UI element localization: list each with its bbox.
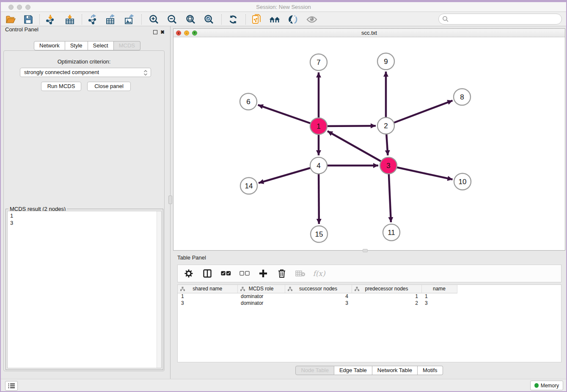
- table-cell-filler: [457, 300, 559, 306]
- node-2[interactable]: 2: [377, 118, 394, 134]
- tab-edge-table[interactable]: Edge Table: [334, 366, 372, 375]
- node-4[interactable]: 4: [310, 157, 327, 174]
- import-table-icon[interactable]: [64, 14, 75, 25]
- node-10[interactable]: 10: [454, 174, 471, 190]
- memory-status-icon: [534, 383, 539, 388]
- node-11[interactable]: 11: [383, 224, 400, 241]
- memory-button[interactable]: Memory: [530, 381, 563, 390]
- network-window-titlebar[interactable]: x - + scc.txt: [173, 29, 565, 37]
- column-header-MCDS-role[interactable]: MCDS role: [237, 285, 285, 293]
- table-cell[interactable]: dominator: [237, 300, 285, 306]
- table-panel: Table Panel ✖ f(x) shared nameMCDS roles…: [173, 253, 565, 377]
- import-network-icon[interactable]: [45, 14, 56, 25]
- clone-network-icon[interactable]: [251, 14, 262, 25]
- add-column-icon[interactable]: [258, 268, 268, 279]
- minimize-window-button[interactable]: [17, 5, 22, 10]
- node-3[interactable]: 3: [380, 157, 397, 174]
- node-14[interactable]: 14: [240, 178, 257, 194]
- zoom-fit-icon[interactable]: [185, 14, 196, 25]
- close-panel-button[interactable]: Close panel: [87, 82, 131, 91]
- close-window-button[interactable]: [8, 5, 14, 10]
- column-header-shared-name[interactable]: shared name: [178, 285, 237, 293]
- tab-network-table[interactable]: Network Table: [372, 366, 418, 375]
- delete-table-icon[interactable]: [295, 268, 306, 279]
- select-all-icon[interactable]: [221, 268, 231, 279]
- table-cell[interactable]: 2: [352, 300, 421, 306]
- deselect-all-icon[interactable]: [239, 268, 250, 279]
- edge-4-14[interactable]: [259, 166, 319, 183]
- table-row[interactable]: 3dominator323: [178, 300, 559, 306]
- network-canvas[interactable]: 1234678910111415: [173, 37, 565, 250]
- node-9[interactable]: 9: [377, 53, 394, 70]
- column-layout-icon[interactable]: [202, 268, 212, 279]
- network-table-divider-handle[interactable]: [363, 249, 368, 252]
- gear-icon[interactable]: [184, 268, 194, 279]
- control-panel-tabbar: NetworkStyleSelectMCDS: [34, 41, 140, 50]
- memory-label: Memory: [541, 383, 559, 389]
- network-svg[interactable]: 1234678910111415: [173, 37, 565, 250]
- delete-column-icon[interactable]: [277, 268, 287, 279]
- node-label: 1: [317, 122, 320, 130]
- panel-divider-handle[interactable]: [168, 196, 172, 204]
- column-header-successor-nodes[interactable]: successor nodes: [285, 285, 352, 293]
- close-panel-icon[interactable]: ✖: [160, 30, 165, 35]
- tab-motifs[interactable]: Motifs: [418, 366, 443, 375]
- column-header-predecessor-nodes[interactable]: predecessor nodes: [352, 285, 421, 293]
- toolbar-separator: [245, 14, 246, 25]
- zoom-selected-icon[interactable]: [204, 14, 215, 25]
- zoom-out-icon[interactable]: [167, 14, 178, 25]
- titlebar[interactable]: Session: New Session: [1, 2, 566, 12]
- open-file-icon[interactable]: [5, 14, 16, 25]
- run-mcds-button[interactable]: Run MCDS: [41, 82, 81, 91]
- table-cell[interactable]: dominator: [237, 293, 285, 300]
- function-builder-icon[interactable]: f(x): [314, 268, 324, 279]
- edge-2-8[interactable]: [386, 100, 453, 126]
- node-15[interactable]: 15: [311, 226, 328, 243]
- maximize-window-button[interactable]: [25, 5, 30, 10]
- float-panel-icon[interactable]: [153, 30, 157, 34]
- node-6[interactable]: 6: [240, 94, 257, 110]
- table-cell[interactable]: 1: [352, 293, 421, 300]
- search-icon: [442, 16, 449, 22]
- table-cell[interactable]: 3: [421, 300, 457, 306]
- export-network-icon[interactable]: [87, 14, 98, 25]
- zoom-in-icon[interactable]: [149, 14, 160, 25]
- node-label: 14: [245, 182, 253, 190]
- node-8[interactable]: 8: [454, 89, 471, 105]
- edge-4-15[interactable]: [319, 166, 319, 224]
- table-cell[interactable]: 3: [178, 300, 237, 306]
- save-session-icon[interactable]: [23, 14, 34, 25]
- search-input[interactable]: [438, 14, 562, 25]
- table-cell[interactable]: 3: [285, 300, 352, 306]
- tab-style[interactable]: Style: [65, 41, 88, 50]
- tab-node-table[interactable]: Node Table: [295, 366, 334, 375]
- vizmapper-icon[interactable]: [288, 14, 299, 25]
- result-scrollbar[interactable]: [157, 211, 161, 368]
- tab-select[interactable]: Select: [88, 41, 114, 50]
- mcds-result-textarea[interactable]: 13: [7, 211, 162, 368]
- table-cell[interactable]: 1: [421, 293, 457, 300]
- column-header-name[interactable]: name: [421, 285, 457, 293]
- refresh-layout-icon[interactable]: [228, 14, 239, 25]
- optimization-criterion-label: Optimization criterion:: [4, 58, 164, 65]
- export-table-icon[interactable]: [105, 14, 116, 25]
- network-close-button[interactable]: x: [176, 30, 181, 36]
- edge-3-1[interactable]: [328, 131, 388, 166]
- table-cell[interactable]: 4: [285, 293, 352, 300]
- edge-1-6[interactable]: [258, 105, 319, 126]
- tab-network[interactable]: Network: [34, 41, 65, 50]
- table-tabbar: Node TableEdge TableNetwork TableMotifs: [173, 366, 565, 375]
- table-cell[interactable]: 1: [178, 293, 237, 300]
- network-maximize-button[interactable]: +: [192, 30, 197, 36]
- network-minimize-button[interactable]: -: [184, 30, 189, 36]
- edge-3-10[interactable]: [388, 166, 453, 179]
- show-hide-icon[interactable]: [306, 14, 317, 25]
- node-7[interactable]: 7: [310, 54, 327, 71]
- task-history-button[interactable]: [5, 381, 18, 391]
- table-row[interactable]: 1dominator411: [178, 293, 559, 300]
- tab-mcds[interactable]: MCDS: [114, 41, 140, 50]
- optimization-criterion-select[interactable]: strongly connected component: [20, 68, 151, 77]
- export-image-icon[interactable]: [124, 14, 135, 25]
- node-1[interactable]: 1: [310, 118, 327, 135]
- first-neighbors-icon[interactable]: [269, 14, 280, 25]
